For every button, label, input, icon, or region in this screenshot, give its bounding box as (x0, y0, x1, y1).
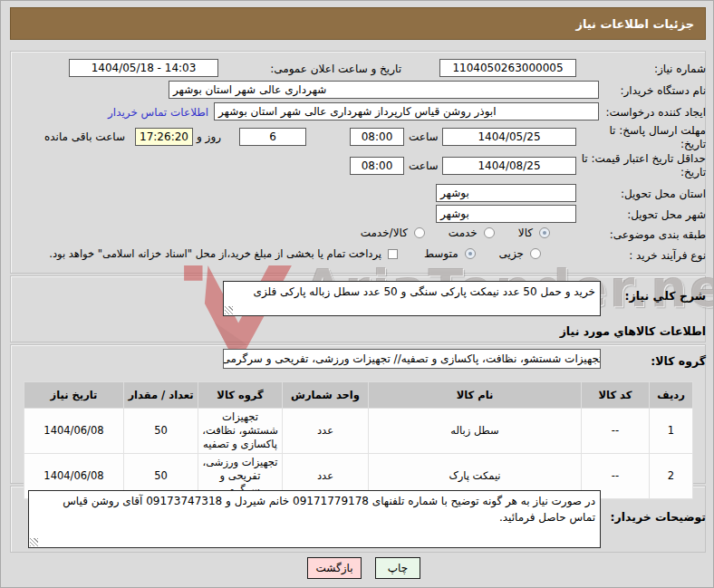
radio-icon[interactable] (414, 227, 425, 238)
radio-option-medium[interactable]: متوسط (424, 247, 476, 260)
table-row: 1--سطل زبالهعددتجهیزات شستشو، نظافت، پاک… (24, 409, 693, 454)
table-cell: تجهیزات شستشو، نظافت، پاکسازی و تصفیه (198, 409, 283, 454)
column-header: ردیف (650, 382, 693, 409)
radio-label: خدمت (449, 227, 478, 239)
response-deadline-time-field[interactable]: 08:00 (350, 128, 404, 146)
buyer-notes-textarea[interactable]: در صورت نیاز به هر گونه توضیح با شماره ت… (28, 490, 601, 548)
table-header-row: ردیفکد کالانام کالاواحد شمارشگروه کالاتع… (24, 382, 693, 409)
price-validity-date-field[interactable]: 1404/08/25 (442, 157, 576, 175)
treasury-note: پرداخت تمام یا بخشی از مبلغ خرید،از محل … (49, 247, 381, 260)
column-header: گروه کالا (198, 382, 283, 409)
radio-label: کالا (518, 227, 533, 239)
column-header: تاریخ نیاز (24, 382, 124, 409)
radio-option-goods-service[interactable]: کالا/خدمت (361, 227, 425, 239)
radio-icon[interactable] (484, 227, 495, 238)
need-description-textarea[interactable]: خرید و حمل 50 عدد نیمکت پارکی سنگی و 50 … (223, 281, 601, 316)
table-cell: عدد (283, 409, 369, 454)
announce-datetime-label: تاریخ و ساعت اعلان عمومی: (223, 63, 401, 76)
radio-icon[interactable] (530, 248, 541, 259)
countdown-timer-field: 17:26:20 (135, 128, 193, 146)
announce-datetime-field[interactable]: 1404/05/18 - 14:03 (69, 59, 218, 77)
table-cell: سطل زباله (369, 409, 582, 454)
buyer-org-label: نام دستگاه خریدار: (621, 84, 707, 98)
days-remaining-label: روز و (197, 130, 221, 144)
response-deadline-label: مهلت ارسال پاسخ: تا تاریخ: (604, 124, 706, 151)
column-header: نام کالا (369, 382, 582, 409)
column-header: واحد شمارش (283, 382, 369, 409)
goods-group-field[interactable]: تجهیزات شستشو، نظافت، پاکسازی و تصفیه// … (223, 349, 601, 369)
purchase-type-label: نوع فرآیند خرید : (629, 249, 706, 263)
goods-group-label: گروه کالا: (651, 354, 706, 368)
goods-table: ردیفکد کالانام کالاواحد شمارشگروه کالاتع… (24, 381, 693, 499)
buyer-notes-label: توضیحات خریدار: (610, 510, 706, 524)
table-cell: 1404/06/08 (24, 409, 124, 454)
delivery-city-field[interactable]: بوشهر (436, 205, 576, 223)
request-creator-field[interactable]: ابوذر روشن قیاس کارپرداز شهرداری عالی شه… (214, 102, 599, 120)
print-button[interactable]: چاپ (375, 557, 420, 579)
response-deadline-hour-label: ساعت (409, 130, 439, 144)
need-number-field[interactable]: 1104050263000005 (439, 59, 576, 77)
goods-info-header: اطلاعات کالاهاي مورد نیاز (560, 324, 706, 338)
need-number-label: شماره نیاز: (654, 63, 706, 76)
need-description-label: شرح کلي نیاز: (625, 289, 706, 303)
subject-class-options: کالا خدمت کالا/خدمت (361, 227, 550, 239)
column-header: تعداد / مقدار (124, 382, 198, 409)
radio-option-minor[interactable]: جزیی (499, 247, 541, 260)
table-cell: 1 (650, 409, 693, 454)
radio-icon[interactable] (465, 248, 476, 259)
radio-label: متوسط (424, 247, 458, 260)
page-title: جزئیات اطلاعات نیاز (10, 7, 706, 40)
table-cell: 2 (650, 453, 693, 498)
price-validity-hour-label: ساعت (409, 159, 439, 173)
radio-option-service[interactable]: خدمت (449, 227, 495, 239)
radio-icon[interactable] (539, 227, 550, 238)
purchase-type-options: جزیی متوسط (424, 247, 541, 260)
days-remaining-field: 6 (239, 128, 306, 146)
delivery-province-field[interactable]: بوشهر (436, 184, 576, 202)
delivery-province-label: استان محل تحویل: (621, 188, 706, 201)
treasury-payment-option[interactable]: پرداخت تمام یا بخشی از مبلغ خرید،از محل … (28, 247, 398, 260)
request-creator-label: ایجاد کننده درخواست: (605, 106, 706, 120)
column-header: کد کالا (582, 382, 650, 409)
buyer-contact-link[interactable]: اطلاعات تماس خریدار (108, 106, 208, 119)
price-validity-label: حداقل تاریخ اعتبار قیمت: تا تاریخ: (574, 152, 706, 179)
table-cell: 50 (124, 409, 198, 454)
treasury-checkbox-icon[interactable] (388, 249, 398, 259)
table-cell: -- (582, 409, 650, 454)
radio-option-goods[interactable]: کالا (518, 227, 550, 239)
hours-remaining-label: ساعت باقی مانده (44, 130, 125, 144)
subject-class-label: طبقه بندی موضوعی: (610, 228, 706, 242)
response-deadline-date-field[interactable]: 1404/05/25 (442, 128, 576, 146)
back-button[interactable]: بازگشت (307, 557, 362, 579)
radio-label: کالا/خدمت (361, 227, 408, 239)
price-validity-time-field[interactable]: 08:00 (350, 157, 404, 175)
page: AriaTender.neT جزئیات اطلاعات نیاز شماره… (0, 0, 714, 588)
delivery-city-label: شهر محل تحویل: (627, 208, 706, 222)
buyer-org-field[interactable]: شهرداری عالی شهر استان بوشهر (169, 81, 599, 99)
radio-label: جزیی (499, 247, 524, 260)
